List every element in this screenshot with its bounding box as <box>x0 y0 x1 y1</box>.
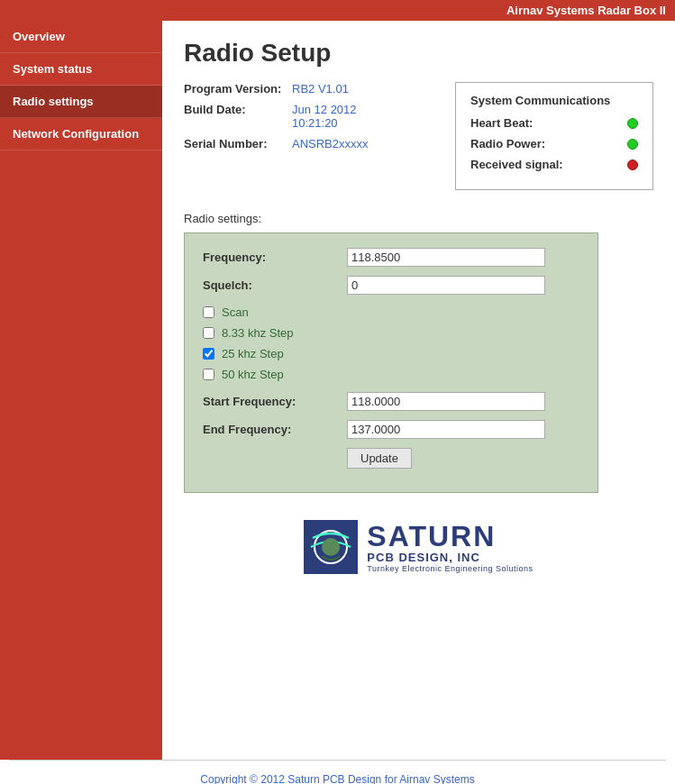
build-date-label: Build Date: <box>184 103 292 116</box>
top-bar-title: Airnav Systems Radar Box II <box>506 4 666 17</box>
end-frequency-row: End Frequency: <box>203 420 579 439</box>
radio-power-row: Radio Power: <box>470 137 638 150</box>
serial-number-value: ANSRB2xxxxx <box>292 137 369 150</box>
saturn-text-block: SATURN PCB DESIGN, INC Turnkey Electroni… <box>367 522 533 573</box>
build-date-value: Jun 12 201210:21:20 <box>292 103 357 130</box>
scan-label[interactable]: Scan <box>222 305 249 319</box>
saturn-name: SATURN <box>367 522 533 551</box>
program-version-value: RB2 V1.01 <box>292 82 349 96</box>
saturn-sub: PCB DESIGN, INC <box>367 551 533 564</box>
radio-power-led <box>627 139 638 150</box>
squelch-label: Squelch: <box>203 278 347 292</box>
scan-checkbox[interactable] <box>203 306 214 318</box>
update-button[interactable]: Update <box>347 448 412 469</box>
step-50-label[interactable]: 50 khz Step <box>222 368 284 381</box>
step-50-row: 50 khz Step <box>203 368 579 381</box>
sidebar-item-system-status[interactable]: System status <box>0 53 162 86</box>
main-content: Radio Setup Program Version: RB2 V1.01 B… <box>162 21 675 760</box>
serial-number-row: Serial Number: ANSRB2xxxxx <box>184 137 433 150</box>
step-50-checkbox[interactable] <box>203 369 214 380</box>
start-frequency-row: Start Frequency: <box>203 392 579 411</box>
top-bar: Airnav Systems Radar Box II <box>0 0 675 21</box>
saturn-icon <box>304 520 358 574</box>
top-section: Program Version: RB2 V1.01 Build Date: J… <box>184 82 653 190</box>
squelch-input[interactable] <box>347 276 545 295</box>
start-frequency-input[interactable] <box>347 392 545 411</box>
logo-section: SATURN PCB DESIGN, INC Turnkey Electroni… <box>184 493 653 592</box>
received-signal-label: Received signal: <box>470 158 627 171</box>
received-signal-row: Received signal: <box>470 158 638 171</box>
saturn-logo: SATURN PCB DESIGN, INC Turnkey Electroni… <box>304 520 533 574</box>
footer: Copyright © 2012 Saturn PCB Design for A… <box>0 761 675 784</box>
scan-row: Scan <box>203 305 579 319</box>
info-table: Program Version: RB2 V1.01 Build Date: J… <box>184 82 433 190</box>
sidebar-item-overview[interactable]: Overview <box>0 21 162 53</box>
frequency-row: Frequency: <box>203 248 579 267</box>
heartbeat-row: Heart Beat: <box>470 116 638 130</box>
frequency-label: Frequency: <box>203 251 347 264</box>
saturn-tagline: Turnkey Electronic Engineering Solutions <box>367 564 533 573</box>
step-833-row: 8.33 khz Step <box>203 326 579 340</box>
heartbeat-label: Heart Beat: <box>470 116 627 130</box>
step-833-checkbox[interactable] <box>203 327 214 339</box>
end-frequency-input[interactable] <box>347 420 545 439</box>
layout: Overview System status Radio settings Ne… <box>0 21 675 760</box>
end-frequency-label: End Frequency: <box>203 423 347 436</box>
step-25-label[interactable]: 25 khz Step <box>222 347 284 360</box>
frequency-input[interactable] <box>347 248 545 267</box>
received-signal-led <box>627 160 638 170</box>
heartbeat-led <box>627 118 638 129</box>
start-frequency-label: Start Frequency: <box>203 395 347 408</box>
update-row: Update <box>203 448 579 469</box>
step-25-row: 25 khz Step <box>203 347 579 360</box>
step-833-label[interactable]: 8.33 khz Step <box>222 326 294 340</box>
sidebar: Overview System status Radio settings Ne… <box>0 21 162 760</box>
system-communications-box: System Communications Heart Beat: Radio … <box>455 82 653 190</box>
program-version-row: Program Version: RB2 V1.01 <box>184 82 433 96</box>
svg-point-2 <box>322 538 340 556</box>
radio-power-label: Radio Power: <box>470 137 627 150</box>
settings-box: Frequency: Squelch: Scan 8.33 khz Step <box>184 232 598 493</box>
build-date-row: Build Date: Jun 12 201210:21:20 <box>184 103 433 130</box>
program-version-label: Program Version: <box>184 82 292 96</box>
sys-comm-title: System Communications <box>470 94 638 107</box>
radio-settings-label: Radio settings: <box>184 212 653 225</box>
sidebar-item-network-configuration[interactable]: Network Configuration <box>0 118 162 150</box>
squelch-row: Squelch: <box>203 276 579 295</box>
sidebar-item-radio-settings[interactable]: Radio settings <box>0 86 162 118</box>
serial-number-label: Serial Number: <box>184 137 292 150</box>
footer-copyright: Copyright © 2012 Saturn PCB Design for A… <box>200 773 474 784</box>
page-title: Radio Setup <box>184 39 653 68</box>
step-25-checkbox[interactable] <box>203 348 214 360</box>
